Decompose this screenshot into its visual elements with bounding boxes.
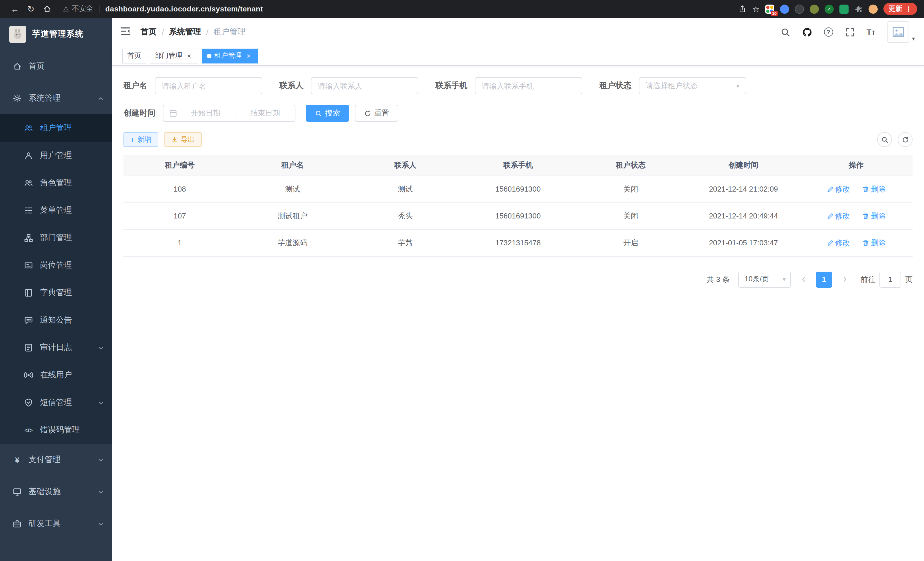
page-content: 租户名 联系人 联系手机 [112,66,924,561]
sidebar-item-post[interactable]: 岗位管理 [0,252,112,279]
sidebar-item-tenant[interactable]: 租户管理 [0,114,112,142]
sidebar-item-menu[interactable]: 菜单管理 [0,197,112,224]
tab-home[interactable]: 首页 [122,48,146,63]
cell-status: 开启 [574,229,687,256]
hamburger-icon [120,26,131,37]
sidebar-item-user[interactable]: 用户管理 [0,142,112,169]
reset-button[interactable]: 重置 [355,105,398,122]
chevron-down-icon: ▾ [736,82,740,89]
sidebar-item-role[interactable]: 角色管理 [0,169,112,197]
phone-field[interactable] [482,81,575,90]
export-button[interactable]: 导出 [164,132,201,147]
browser-reload-button[interactable]: ↻ [23,2,39,16]
browser-home-button[interactable] [39,2,55,16]
sidebar-item-online[interactable]: 在线用户 [0,361,112,389]
avatar[interactable] [887,21,909,43]
status-select[interactable]: 请选择租户状态 ▾ [639,77,746,94]
page-number-1[interactable]: 1 [816,271,832,287]
extension-icon-blue[interactable] [780,4,789,14]
extension-icon-green[interactable] [839,4,849,14]
start-date-placeholder[interactable]: 开始日期 [182,108,230,118]
app-logo[interactable]: 芋道管理系统 [0,18,112,50]
goto-suffix: 页 [905,274,913,284]
sidebar-item-devtools[interactable]: 研发工具 [0,508,112,540]
tab-tenant[interactable]: 租户管理 × [202,48,258,63]
refresh-icon [902,136,909,143]
browser-profile-avatar[interactable] [868,4,878,14]
add-button[interactable]: + 新增 [123,132,158,147]
date-range-picker[interactable]: 开始日期 - 结束日期 [163,105,296,122]
breadcrumb-home[interactable]: 首页 [141,27,157,37]
search-button[interactable]: 搜索 [306,105,349,122]
calendar-icon [169,109,177,117]
sidebar-item-dept[interactable]: 部门管理 [0,224,112,252]
contact-field[interactable] [318,81,411,90]
extensions-menu-button[interactable] [854,5,863,13]
edit-button[interactable]: 修改 [826,238,850,248]
phone-input[interactable] [475,77,582,94]
extension-icon-adblock[interactable]: 10 [765,4,774,14]
extension-icon-check[interactable]: ✓ [825,4,834,14]
col-status: 租户状态 [574,155,687,176]
close-icon[interactable]: × [185,52,193,60]
refresh-table-button[interactable] [898,132,913,147]
prev-page-button[interactable] [796,271,811,287]
toggle-search-button[interactable] [877,132,892,147]
address-bar[interactable]: ⚠ 不安全 dashboard.yudao.iocoder.cn/system/… [63,4,739,14]
next-page-button[interactable] [837,271,852,287]
sidebar-item-system[interactable]: 系统管理 [0,82,112,114]
page: ← ↻ ⚠ 不安全 dashboard.yudao.iocoder.cn/sys… [0,0,924,561]
edit-button[interactable]: 修改 [826,184,850,194]
sidebar-collapse-button[interactable] [120,26,133,38]
tenant-table: 租户编号 租户名 联系人 联系手机 租户状态 创建时间 操作 108 测试 [123,155,913,256]
end-date-placeholder[interactable]: 结束日期 [241,108,289,118]
sidebar-item-dict[interactable]: 字典管理 [0,279,112,307]
user-menu[interactable]: ▾ [887,21,915,43]
tab-dept[interactable]: 部门管理 × [150,48,198,63]
filter-label: 租户名 [123,81,147,91]
delete-button[interactable]: 删除 [862,238,886,248]
delete-button[interactable]: 删除 [862,211,886,221]
extension-icon-dark[interactable] [795,4,804,14]
breadcrumb-system[interactable]: 系统管理 [169,27,201,37]
monitor-icon [13,487,22,496]
close-icon[interactable]: × [244,52,253,60]
pencil-icon [826,239,833,246]
browser-back-button[interactable]: ← [7,2,23,16]
url-text[interactable]: dashboard.yudao.iocoder.cn/system/tenant [105,5,263,13]
browser-update-button[interactable]: 更新 ⋮ [884,3,917,15]
chevron-up-icon [98,95,104,102]
sidebar-item-infra[interactable]: 基础设施 [0,476,112,508]
extension-icon-olive[interactable] [810,4,819,14]
edit-button[interactable]: 修改 [826,211,850,221]
help-button[interactable]: ? [824,27,833,37]
font-size-button[interactable]: Tт [867,27,875,37]
pagination: 共 3 条 10条/页 ▾ 1 前往 页 [123,271,913,287]
delete-button[interactable]: 删除 [862,184,886,194]
sidebar-item-sms[interactable]: 短信管理 [0,389,112,416]
pagination-total: 共 3 条 [706,274,730,284]
bookmark-star-icon[interactable]: ☆ [752,4,759,14]
tenant-name-input[interactable] [155,77,262,94]
tenant-name-field[interactable] [162,81,255,90]
header-search-button[interactable] [780,27,790,37]
sidebar-item-errorcode[interactable]: </> 错误码管理 [0,416,112,444]
goto-page-input[interactable] [879,271,901,287]
security-label[interactable]: 不安全 [72,4,93,14]
cell-contact: 芋艿 [349,229,462,256]
breadcrumb-separator: / [162,27,164,37]
page-size-select[interactable]: 10条/页 ▾ [738,271,791,287]
pagination-goto: 前往 页 [861,271,913,287]
contact-input[interactable] [311,77,418,94]
sidebar-item-auditlog[interactable]: 审计日志 [0,334,112,361]
github-link[interactable] [802,27,812,37]
share-button[interactable] [739,5,747,13]
sidebar-item-home[interactable]: 首页 [0,50,112,82]
breadcrumb-current: 租户管理 [214,27,246,37]
fullscreen-button[interactable] [845,27,855,37]
sidebar-item-notice[interactable]: 通知公告 [0,307,112,334]
filter-row-1: 租户名 联系人 联系手机 [123,77,913,94]
sidebar-item-payment[interactable]: ¥ 支付管理 [0,444,112,476]
col-actions: 操作 [800,155,913,176]
cell-id: 1 [123,229,236,256]
